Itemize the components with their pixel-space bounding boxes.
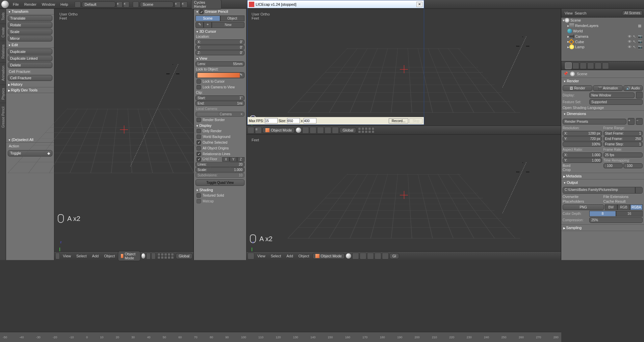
manipulator-icon[interactable] [151, 253, 156, 259]
output-header[interactable]: Output [561, 179, 644, 186]
animation-button[interactable]: 🎬Animation [593, 85, 623, 91]
preset-add-icon[interactable]: + [628, 118, 635, 125]
gp-new-button[interactable]: New [212, 22, 244, 28]
render-button[interactable]: 🖼Render [563, 85, 592, 91]
grease-pencil-header[interactable]: Grease Pencil [194, 9, 246, 15]
editor-type-icon[interactable] [248, 127, 254, 134]
scene-dropdown[interactable]: Scene [140, 1, 174, 7]
renderlayer-icon[interactable]: ▦ [638, 24, 642, 28]
res-y-field[interactable]: Y:720 px [563, 136, 602, 141]
shading-mode-icon[interactable] [295, 127, 302, 133]
screen-layout-dropdown[interactable]: Default [82, 1, 115, 7]
shading-panel-header[interactable]: Shading [194, 187, 246, 193]
edit-header[interactable]: Edit [6, 42, 54, 48]
gp-scene-tab[interactable]: Scene [196, 16, 220, 21]
menu-file[interactable]: File [10, 2, 22, 6]
render-border-checkbox[interactable] [197, 118, 201, 122]
close-icon[interactable]: ✕ [416, 2, 422, 7]
orientation-dropdown[interactable]: Global [176, 253, 192, 259]
cursor-icon[interactable]: ↖ [633, 34, 637, 39]
render-panel-header[interactable]: Render [561, 78, 644, 84]
format-dropdown[interactable]: PNG [563, 204, 604, 210]
menu-render[interactable]: Render [22, 2, 39, 6]
lock-ui-icon[interactable] [636, 92, 643, 98]
audio-button[interactable]: 🔊Audio [623, 85, 643, 91]
display-panel-header[interactable]: Display [194, 123, 246, 128]
layer-buttons[interactable] [157, 253, 174, 259]
clip-end-field[interactable]: End:1mi [196, 101, 244, 106]
render-tab-icon[interactable] [565, 62, 572, 69]
frame-step-field[interactable]: Frame Step:1 [603, 142, 643, 147]
gp-enabled-checkbox[interactable] [199, 10, 204, 14]
rgba-button[interactable]: RGBA [630, 204, 643, 210]
render-icon[interactable]: 📷 [638, 34, 642, 39]
mode-dropdown[interactable]: Object Mode [312, 253, 345, 259]
duplicate-linked-button[interactable]: Duplicate Linked [8, 55, 52, 61]
toggle-quad-button[interactable]: Toggle Quad View [196, 179, 244, 186]
rigify-header[interactable]: Rigify Dev Tools [6, 87, 54, 93]
duplicate-button[interactable]: Duplicate [8, 49, 52, 55]
vp-menu-add[interactable]: Add [90, 254, 101, 258]
local-camera-field[interactable]: Camera× [196, 112, 244, 117]
object-tab-icon[interactable] [595, 62, 601, 69]
timemap-old-field[interactable]: : 100 [603, 163, 623, 168]
aspect-y-field[interactable]: Y:1.000 [563, 158, 602, 163]
timeline[interactable]: -50-40-30-20-100102030405060708090100110… [0, 332, 561, 342]
metadata-header[interactable]: Metadata [561, 173, 644, 179]
viewport-top-right[interactable]: User Ortho Feet A x2 (1) ≡ Object Mode G… [247, 9, 561, 134]
constraints-tab-icon[interactable] [602, 62, 609, 69]
compression-field[interactable]: 25% [589, 217, 643, 223]
grid-y-toggle[interactable]: Y [230, 157, 237, 162]
world-tab-icon[interactable] [587, 62, 594, 69]
render-engine-dropdown[interactable]: Cycles Render [191, 0, 222, 9]
renderlayers-tab-icon[interactable] [572, 62, 579, 69]
scale-button[interactable]: Scale [8, 29, 52, 35]
translate-button[interactable]: Translate [8, 15, 52, 21]
maxfps-input[interactable] [265, 118, 278, 123]
editor-type-icon[interactable] [248, 253, 254, 259]
cursor-y-field[interactable]: Y:0' [196, 45, 244, 50]
outliner[interactable]: ▾Scene ▸RenderLayers▦ World ▸Camera👁↖📷 ▸… [561, 18, 644, 61]
depth-8-button[interactable]: 8 [589, 211, 616, 217]
lock-camera-checkbox[interactable] [197, 85, 201, 89]
mirror-button[interactable]: Mirror [8, 35, 52, 41]
aspect-x-field[interactable]: X:1.000 [563, 152, 602, 158]
vp-menu-view[interactable]: View [60, 254, 73, 258]
fps-dropdown[interactable]: 25 fps [603, 152, 643, 158]
output-path-field[interactable]: C:\Users\Bates Family\Pictures\tmp [563, 187, 635, 194]
gp-object-tab[interactable]: Object [220, 16, 245, 21]
folder-browse-icon[interactable] [635, 187, 643, 194]
cursor-z-field[interactable]: Z:0' [196, 50, 244, 55]
vp-menu-select[interactable]: Select [74, 254, 89, 258]
grid-z-toggle[interactable]: Z [237, 157, 244, 162]
scene-add-icon[interactable]: + [175, 1, 181, 7]
scene-browse-icon[interactable] [133, 1, 139, 7]
scene-tab-icon[interactable] [580, 62, 587, 69]
sampling-header[interactable]: Sampling [561, 225, 644, 231]
pin-icon[interactable]: 📌 [563, 72, 568, 76]
tab-relations[interactable]: Relations [0, 41, 6, 62]
tab-animation[interactable]: Animation [0, 62, 6, 84]
tab-physics[interactable]: Physics [0, 84, 6, 103]
cursor-x-field[interactable]: X:0' [196, 39, 244, 45]
timemap-new-field[interactable]: : 100 [623, 163, 643, 168]
vp-menu-object[interactable]: Object [102, 254, 117, 258]
delete-button[interactable]: Delete [8, 62, 52, 68]
tab-tools[interactable]: Tools [0, 9, 6, 24]
subdivisions-field[interactable]: Subdivisions:10 [196, 173, 244, 178]
depth-16-button[interactable]: 16 [616, 211, 643, 217]
bw-button[interactable]: BW [605, 204, 618, 210]
lens-field[interactable]: Lens:55mm [196, 61, 244, 66]
outliner-menu-view[interactable]: View [565, 11, 573, 15]
menu-help[interactable]: Help [58, 2, 71, 6]
pivot-icon[interactable] [146, 253, 151, 259]
preset-remove-icon[interactable]: − [636, 118, 643, 125]
clip-start-field[interactable]: Start:1" [196, 95, 244, 101]
licecap-titlebar[interactable]: LICEcap v1.24 [stopped] ✕ [248, 0, 424, 8]
menu-collapse-icon[interactable]: ≡ [255, 127, 262, 134]
viewport-left[interactable]: User Ortho Feet A x2 (1) View Select Add… [54, 9, 194, 260]
render-presets-dropdown[interactable]: Render Presets [563, 119, 626, 124]
outliner-filter-dropdown[interactable]: All Scenes [622, 10, 643, 16]
editor-type-icon[interactable] [55, 253, 60, 259]
tab-create[interactable]: Create [0, 24, 6, 41]
